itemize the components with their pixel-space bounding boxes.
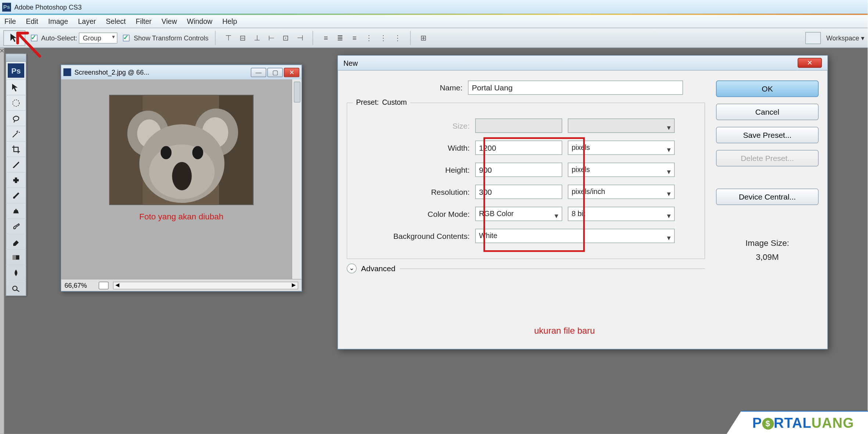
resolution-label: Resolution: — [354, 187, 475, 196]
height-unit-dropdown[interactable]: pixels — [568, 163, 675, 177]
maximize-button[interactable]: ▢ — [268, 68, 283, 77]
separator — [215, 31, 216, 45]
name-input[interactable]: Portal Uang — [468, 80, 683, 95]
resolution-unit-dropdown[interactable]: pixels/inch — [568, 185, 675, 199]
move-tool-icon[interactable] — [6, 79, 26, 95]
zoom-level[interactable]: 66,67% — [65, 281, 94, 289]
separator — [313, 31, 313, 45]
new-document-dialog: New ✕ Name: Portal Uang Preset: Custom — [337, 55, 828, 349]
brush-tool-icon[interactable] — [6, 187, 26, 203]
document-titlebar[interactable]: Screenshot_2.jpg @ 66... — ▢ ✕ — [61, 65, 302, 79]
height-label: Height: — [354, 165, 475, 174]
menu-edit[interactable]: Edit — [26, 17, 38, 25]
svg-rect-4 — [13, 255, 16, 259]
horizontal-scrollbar[interactable]: ◀▶ — [113, 281, 298, 289]
dialog-close-button[interactable]: ✕ — [798, 58, 822, 68]
separator — [410, 31, 411, 45]
svg-rect-2 — [15, 177, 17, 183]
menu-window[interactable]: Window — [187, 17, 212, 25]
menu-view[interactable]: View — [162, 17, 177, 25]
preset-dropdown[interactable]: Custom — [382, 98, 407, 107]
show-transform-checkbox[interactable] — [123, 35, 130, 42]
width-input[interactable]: 1200 — [475, 141, 562, 155]
minimize-button[interactable]: — — [251, 68, 266, 77]
menu-file[interactable]: File — [4, 17, 16, 25]
history-brush-tool-icon[interactable] — [6, 218, 26, 234]
close-button[interactable]: ✕ — [284, 68, 300, 77]
crop-tool-icon[interactable] — [6, 141, 26, 157]
width-label: Width: — [354, 143, 475, 152]
width-unit-dropdown[interactable]: pixels — [568, 141, 675, 155]
clone-stamp-tool-icon[interactable] — [6, 203, 26, 218]
cancel-button[interactable]: Cancel — [716, 104, 819, 120]
auto-align-icon[interactable]: ⊞ — [417, 32, 430, 44]
distribute-left-icon[interactable]: ⋮ — [363, 32, 375, 44]
divider — [400, 268, 705, 269]
advanced-section[interactable]: ⌄ Advanced — [347, 263, 705, 273]
menu-help[interactable]: Help — [222, 17, 237, 25]
document-title: Screenshot_2.jpg @ 66... — [75, 68, 149, 76]
align-right-icon[interactable]: ⊣ — [294, 32, 306, 44]
distribute-vcenter-icon[interactable]: ≣ — [334, 32, 346, 44]
options-bar: Auto-Select: Group Show Transform Contro… — [0, 28, 868, 48]
size-input — [475, 119, 562, 133]
go-to-bridge-icon[interactable] — [805, 32, 821, 44]
align-bottom-icon[interactable]: ⊥ — [251, 32, 263, 44]
preset-fieldset: Preset: Custom Size: Width: 1200 pi — [347, 103, 705, 259]
distribute-right-icon[interactable]: ⋮ — [391, 32, 403, 44]
menu-layer[interactable]: Layer — [78, 17, 96, 25]
blur-tool-icon[interactable] — [6, 265, 26, 280]
menu-bar: File Edit Image Layer Select Filter View… — [0, 14, 868, 28]
window-titlebar: Ps Adobe Photoshop CS3 — [0, 0, 868, 14]
magic-wand-tool-icon[interactable] — [6, 126, 26, 141]
resolution-input[interactable]: 300 — [475, 185, 562, 199]
document-statusbar: 66,67% ◀▶ — [61, 279, 302, 291]
size-label: Size: — [354, 121, 475, 130]
app-icon: Ps — [2, 3, 11, 11]
dodge-tool-icon[interactable] — [6, 280, 26, 295]
ok-button[interactable]: OK — [716, 80, 819, 97]
image-size-value: 3,09M — [716, 252, 819, 262]
device-central-button[interactable]: Device Central... — [716, 189, 819, 205]
distribute-top-icon[interactable]: ≡ — [320, 32, 332, 44]
workspace-picker[interactable]: Workspace ▾ — [826, 34, 864, 42]
distribute-hcenter-icon[interactable]: ⋮ — [377, 32, 389, 44]
dock-strip — [0, 48, 4, 434]
auto-select-dropdown[interactable]: Group — [79, 32, 118, 43]
bit-depth-dropdown[interactable]: 8 bit — [568, 207, 675, 221]
app-title: Adobe Photoshop CS3 — [14, 3, 82, 11]
gradient-tool-icon[interactable] — [6, 249, 26, 265]
svg-point-15 — [161, 146, 172, 159]
color-mode-dropdown[interactable]: RGB Color — [475, 207, 562, 221]
align-top-icon[interactable]: ⊤ — [222, 32, 234, 44]
menu-image[interactable]: Image — [48, 17, 68, 25]
align-group-1: ⊤ ⊟ ⊥ ⊢ ⊡ ⊣ — [222, 32, 306, 44]
dialog-titlebar[interactable]: New ✕ — [338, 56, 828, 71]
annotation-text: ukuran file baru — [534, 326, 595, 336]
align-left-icon[interactable]: ⊢ — [265, 32, 277, 44]
lasso-tool-icon[interactable] — [6, 110, 26, 126]
marquee-tool-icon[interactable] — [6, 95, 26, 110]
document-canvas[interactable]: Foto yang akan diubah — [61, 79, 302, 279]
align-vcenter-icon[interactable]: ⊟ — [237, 32, 249, 44]
image-content — [109, 95, 254, 205]
show-transform-label: Show Transform Controls — [134, 34, 208, 42]
background-dropdown[interactable]: White — [475, 229, 675, 243]
healing-brush-tool-icon[interactable] — [6, 172, 26, 187]
expand-icon[interactable]: ⌄ — [347, 263, 357, 273]
svg-point-16 — [192, 146, 203, 159]
doc-info-icon[interactable] — [99, 281, 109, 289]
image-size-label: Image Size: — [716, 238, 819, 248]
distribute-bottom-icon[interactable]: ≡ — [348, 32, 361, 44]
height-input[interactable]: 900 — [475, 163, 562, 177]
align-hcenter-icon[interactable]: ⊡ — [280, 32, 292, 44]
menu-select[interactable]: Select — [106, 17, 126, 25]
vertical-scrollbar[interactable] — [292, 79, 302, 279]
save-preset-button[interactable]: Save Preset... — [716, 127, 819, 143]
eraser-tool-icon[interactable] — [6, 234, 26, 249]
workspace-area: Ps Screenshot_2.jpg @ 66... — ▢ — [0, 48, 868, 434]
menu-filter[interactable]: Filter — [136, 17, 151, 25]
slice-tool-icon[interactable] — [6, 157, 26, 172]
dialog-title: New — [344, 59, 358, 67]
svg-point-17 — [172, 162, 191, 190]
